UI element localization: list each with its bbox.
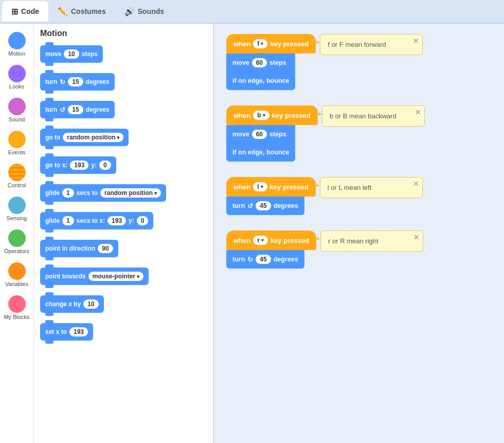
looks-icon: [8, 65, 26, 82]
icon-panel: Motion Looks Sound Events Control Sensin…: [0, 24, 34, 443]
note-text-r: r or R mean right: [328, 237, 379, 245]
block-move[interactable]: move 10 steps: [40, 45, 103, 63]
motion-icon: [8, 32, 26, 49]
script-group-f: when f key pressed move 60 steps if on e…: [226, 34, 492, 90]
tab-costumes[interactable]: ✏️ Costumes: [48, 1, 115, 22]
note-block-f: ▸ ✕ f or F mean forward: [320, 34, 423, 55]
block-goto-xy[interactable]: go to x: 193 y: 0: [40, 156, 116, 174]
block-group-set-x: set x to 193: [40, 323, 207, 345]
sidebar-item-motion[interactable]: Motion: [2, 29, 32, 60]
block-point-towards[interactable]: point towards mouse-pointer: [40, 268, 149, 285]
code-area: when f key pressed move 60 steps if on e…: [214, 24, 504, 443]
sidebar-item-variables[interactable]: Variables: [2, 259, 32, 290]
action-stack-b: move 60 steps if on edge, bounce: [226, 125, 295, 162]
note-text-l: l or L mean left: [328, 184, 372, 191]
main-layout: Motion Looks Sound Events Control Sensin…: [0, 24, 504, 443]
block-change-x[interactable]: change x by 10: [40, 295, 104, 313]
sound-icon: [8, 98, 26, 115]
key-dropdown-l[interactable]: l: [253, 182, 267, 191]
sidebar-item-variables-label: Variables: [5, 281, 28, 287]
action-block-move-b[interactable]: move 60 steps: [226, 125, 295, 144]
control-icon: [8, 164, 26, 181]
event-block-b[interactable]: when b key pressed: [226, 105, 318, 125]
sidebar-item-control-label: Control: [8, 182, 26, 188]
action-block-bounce-b[interactable]: if on edge, bounce: [226, 143, 295, 162]
key-dropdown-b[interactable]: b: [253, 111, 269, 120]
event-block-l[interactable]: when l key pressed: [226, 177, 316, 197]
block-glide-to[interactable]: glide 1 secs to random position: [40, 184, 166, 202]
block-group-turn-cw: turn ↻ 15 degrees: [40, 73, 207, 95]
block-group-glide-xy: glide 1 secs to x: 193 y: 0: [40, 212, 207, 234]
sidebar-item-motion-label: Motion: [8, 50, 25, 57]
action-block-bounce-f[interactable]: if on edge, bounce: [226, 72, 295, 90]
block-set-x[interactable]: set x to 193: [40, 323, 93, 341]
code-icon: ⊞: [11, 7, 18, 16]
note-text-f: f or F mean forward: [328, 41, 386, 48]
note-block-l: ▸ ✕ l or L mean left: [320, 177, 423, 198]
block-panel-title: Motion: [40, 29, 207, 38]
sidebar-item-looks-label: Looks: [9, 83, 24, 90]
note-block-b: ▸ ✕ b or B mean backward: [322, 105, 425, 127]
block-turn-cw[interactable]: turn ↻ 15 degrees: [40, 73, 115, 91]
event-block-r[interactable]: when r key pressed: [226, 231, 316, 250]
events-icon: [8, 131, 26, 148]
block-glide-xy[interactable]: glide 1 secs to x: 193 y: 0: [40, 212, 153, 229]
action-stack-f: move 60 steps if on edge, bounce: [226, 54, 295, 90]
block-group-move: move 10 steps: [40, 45, 207, 67]
note-block-r: ▸ ✕ r or R mean right: [320, 231, 423, 252]
action-block-turn-l[interactable]: turn ↺ 45 degrees: [226, 197, 304, 215]
sidebar-item-operators-label: Operators: [4, 248, 29, 254]
tab-sounds[interactable]: 🔊 Sounds: [115, 1, 173, 22]
clockwise-icon: ↻: [60, 78, 65, 86]
ccw-icon-l: ↺: [247, 202, 253, 210]
sidebar-item-control[interactable]: Control: [2, 161, 32, 191]
costumes-icon: ✏️: [58, 7, 68, 16]
operators-icon: [8, 229, 26, 247]
variables-icon: [8, 262, 26, 280]
tab-costumes-label: Costumes: [71, 7, 106, 15]
counterclockwise-icon: ↺: [60, 106, 65, 114]
sidebar-item-sensing-label: Sensing: [7, 215, 27, 221]
tab-sounds-label: Sounds: [138, 7, 164, 15]
key-dropdown-f[interactable]: f: [253, 39, 267, 48]
sidebar-item-sound[interactable]: Sound: [2, 95, 32, 126]
block-turn-ccw[interactable]: turn ↺ 15 degrees: [40, 101, 115, 118]
note-arrow-r: ▸: [317, 234, 320, 242]
note-close-b[interactable]: ✕: [415, 108, 421, 116]
block-group-point-towards: point towards mouse-pointer: [40, 268, 207, 289]
sidebar-item-myblocks[interactable]: My Blocks: [2, 292, 32, 323]
action-block-turn-r[interactable]: turn ↻ 45 degrees: [226, 250, 304, 269]
note-close-l[interactable]: ✕: [413, 180, 419, 188]
cw-icon-r: ↻: [247, 256, 253, 263]
sounds-icon: 🔊: [124, 7, 135, 16]
sensing-icon: [8, 197, 26, 214]
key-pressed-label: key pressed: [270, 40, 309, 48]
action-block-move-f[interactable]: move 60 steps: [226, 54, 295, 72]
note-arrow-l: ▸: [316, 181, 320, 189]
sidebar-item-sensing[interactable]: Sensing: [2, 193, 32, 224]
note-arrow-f: ▸: [316, 38, 320, 46]
action-stack-l: turn ↺ 45 degrees: [226, 197, 304, 215]
event-block-f[interactable]: when f key pressed: [226, 34, 316, 54]
sidebar-item-sound-label: Sound: [9, 116, 25, 122]
block-group-goto-xy: go to x: 193 y: 0: [40, 156, 207, 178]
block-group-glide-to: glide 1 secs to random position: [40, 184, 207, 206]
key-pressed-label-l: key pressed: [270, 183, 309, 191]
sidebar-item-looks[interactable]: Looks: [2, 62, 32, 93]
note-arrow-b: ▸: [318, 109, 322, 117]
script-group-r: when r key pressed turn ↻ 45 degrees ▸ ✕…: [226, 231, 492, 269]
block-goto[interactable]: go to random position: [40, 129, 129, 146]
note-close-r[interactable]: ✕: [413, 233, 420, 241]
tab-code[interactable]: ⊞ Code: [2, 1, 48, 22]
block-point-dir[interactable]: point in direction 90: [40, 240, 118, 257]
sidebar-item-events-label: Events: [8, 149, 26, 155]
sidebar-item-events[interactable]: Events: [2, 128, 32, 158]
key-dropdown-r[interactable]: r: [253, 236, 268, 245]
block-group-goto: go to random position: [40, 129, 207, 150]
when-label-r: when: [233, 237, 250, 244]
block-group-point-dir: point in direction 90: [40, 240, 207, 261]
note-close-f[interactable]: ✕: [413, 37, 419, 45]
tab-code-label: Code: [21, 7, 39, 15]
sidebar-item-myblocks-label: My Blocks: [4, 314, 29, 320]
sidebar-item-operators[interactable]: Operators: [2, 226, 32, 257]
